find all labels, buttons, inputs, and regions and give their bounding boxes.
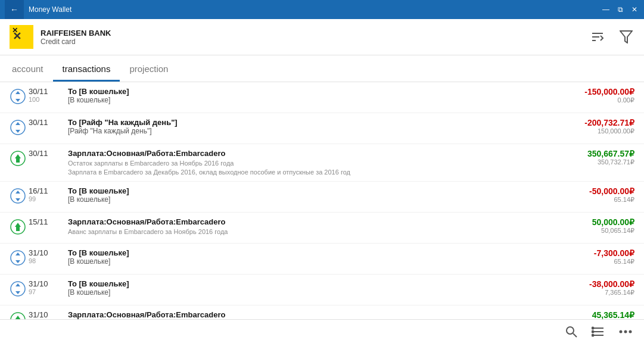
window-controls: — ⧉ ✕ [601,5,639,14]
svg-marker-10 [15,122,20,125]
title-bar: ← Money Wallet — ⧉ ✕ [0,0,644,19]
tx-details: Зарплата:Основная/Работа:Embarcadero Ост… [68,310,557,319]
transaction-item[interactable]: 30/11 To [Райф "На каждый день"] [Райф "… [0,113,644,144]
svg-point-42 [624,330,627,333]
tx-amounts: -38,000.00₽ 7,365.14₽ [557,279,634,297]
tx-title: To [В кошельке] [68,87,557,96]
tx-date-id: 30/11 [29,149,63,158]
transaction-item[interactable]: 30/11 100 To [В кошельке] [В кошельке] -… [0,82,644,113]
svg-point-39 [592,330,594,332]
income-icon [10,151,26,166]
list-bottom-icon [592,325,605,338]
search-bottom-icon [565,326,577,338]
tx-title: Зарплата:Основная/Работа:Embarcadero [68,217,557,226]
tx-type-icon [10,188,26,204]
tx-date: 31/10 [29,248,63,257]
tx-type-icon [10,119,26,136]
restore-button[interactable]: ⧉ [615,5,625,14]
tx-amounts: -7,300.00₽ 65.14₽ [557,248,634,266]
tx-balance: 65.14₽ [557,258,634,266]
svg-rect-20 [16,227,20,231]
tx-amounts: -50,000.00₽ 65.14₽ [557,186,634,204]
nav-tabs: account transactions projection [0,55,644,82]
close-button[interactable]: ✕ [630,5,639,14]
tx-type-icon [10,150,26,167]
tab-transactions[interactable]: transactions [53,60,120,82]
tab-projection[interactable]: projection [120,60,178,82]
tx-details: To [В кошельке] [В кошельке] [68,186,557,204]
svg-marker-5 [620,31,632,43]
tx-subtitle: [Райф "На каждый день"] [68,127,557,135]
back-button[interactable]: ← [5,0,24,19]
tx-balance: 350,732.71₽ [557,158,634,166]
filter-button[interactable] [618,29,634,45]
list-bottom-button[interactable] [592,325,605,338]
raiffeisen-logo-svg: ✕ [10,26,33,48]
restore-icon: ⧉ [618,5,623,14]
bank-type: Credit card [41,38,111,46]
tx-amount: -150,000.00₽ [557,87,634,96]
tx-type-icon [10,88,26,105]
tx-title: To [В кошельке] [68,186,557,195]
minimize-icon: — [602,5,609,14]
svg-point-33 [567,327,574,334]
back-icon: ← [10,5,18,14]
bank-info: ✕ RAIFFEISEN BANK Credit card [10,25,111,49]
tx-id: 100 [29,96,63,103]
tx-balance: 50,065.14₽ [557,227,634,235]
svg-marker-22 [15,252,20,255]
tx-details: To [Райф "На каждый день"] [Райф "На каж… [68,118,557,135]
svg-marker-13 [15,154,21,158]
tx-title: Зарплата:Основная/Работа:Embarcadero [68,149,557,158]
tx-balance: 150,000.00₽ [557,127,634,135]
tx-id: 97 [29,288,63,295]
tx-date: 30/11 [29,118,63,127]
sort-button[interactable] [589,29,606,45]
svg-marker-11 [15,130,20,133]
tx-date-id: 15/11 [29,217,63,226]
income-icon [10,219,26,235]
transactions-list[interactable]: 30/11 100 To [В кошельке] [В кошельке] -… [0,82,644,319]
svg-marker-26 [15,291,20,294]
transaction-item[interactable]: 31/10 98 To [В кошельке] [В кошельке] -7… [0,244,644,275]
bottom-bar [0,319,644,343]
tx-details: Зарплата:Основная/Работа:Embarcadero Ава… [68,217,557,236]
transaction-item[interactable]: 16/11 99 To [В кошельке] [В кошельке] -5… [0,182,644,213]
tx-date: 31/10 [29,310,63,319]
transaction-item[interactable]: 31/10 97 To [В кошельке] [В кошельке] -3… [0,275,644,305]
transaction-item[interactable]: 30/11 Зарплата:Основная/Работа:Embarcade… [0,144,644,182]
more-bottom-icon [619,329,632,334]
svg-marker-16 [15,191,20,194]
tx-amount: 45,365.14₽ [557,310,634,319]
minimize-button[interactable]: — [601,5,611,14]
tx-date: 31/10 [29,279,63,288]
tx-type-icon [10,311,26,319]
search-bottom-button[interactable] [565,326,577,338]
transfer-icon [10,120,26,135]
svg-point-41 [620,330,623,333]
tx-amount: 50,000.00₽ [557,217,634,227]
transaction-item[interactable]: 31/10 Зарплата:Основная/Работа:Embarcade… [0,305,644,319]
svg-marker-7 [15,91,20,94]
tx-amounts: 50,000.00₽ 50,065.14₽ [557,217,634,235]
tab-account[interactable]: account [10,60,53,82]
app-header: ✕ RAIFFEISEN BANK Credit card [0,19,644,55]
tx-date-id: 30/11 100 [29,87,63,103]
header-icons [589,29,634,45]
tx-id: 99 [29,195,63,202]
transaction-item[interactable]: 15/11 Зарплата:Основная/Работа:Embarcade… [0,213,644,244]
tx-details: Зарплата:Основная/Работа:Embarcadero Ост… [68,149,557,177]
tx-balance: 65.14₽ [557,196,634,204]
transfer-icon [10,89,26,104]
bank-logo: ✕ [10,25,33,49]
more-bottom-button[interactable] [619,329,632,334]
svg-marker-8 [15,99,20,102]
svg-marker-28 [15,316,21,319]
svg-marker-17 [15,198,20,201]
app-title: Money Wallet [29,5,601,14]
tx-date: 30/11 [29,87,63,96]
tx-date: 16/11 [29,186,63,195]
tx-title: To [Райф "На каждый день"] [68,118,557,127]
tx-details: To [В кошельке] [В кошельке] [68,279,557,297]
tx-details: To [В кошельке] [В кошельке] [68,87,557,104]
